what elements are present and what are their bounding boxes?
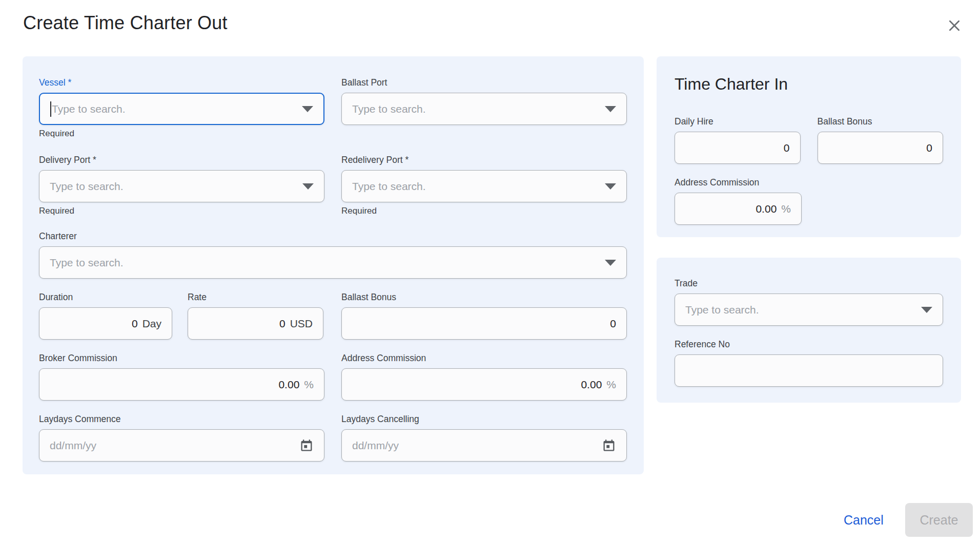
vessel-label: Vessel * bbox=[39, 77, 324, 88]
redelivery-port-label: Redelivery Port * bbox=[341, 155, 627, 165]
tci-address-commission-label: Address Commission bbox=[675, 177, 802, 187]
duration-label: Duration bbox=[39, 292, 172, 302]
trade-placeholder: Type to search. bbox=[685, 304, 759, 316]
chevron-down-icon[interactable] bbox=[605, 260, 616, 266]
tci-ballast-bonus-label: Ballast Bonus bbox=[818, 116, 944, 127]
trade-field: Trade Type to search. bbox=[675, 278, 943, 326]
ballast-port-field: Ballast Port Type to search. bbox=[341, 77, 627, 138]
redelivery-port-required-hint: Required bbox=[341, 206, 627, 216]
duration-input[interactable]: 0 Day bbox=[39, 307, 172, 340]
daily-hire-label: Daily Hire bbox=[675, 116, 801, 127]
rate-value: 0 bbox=[279, 318, 285, 330]
ballast-bonus-value: 0 bbox=[610, 318, 616, 330]
address-commission-field: Address Commission 0.00 % bbox=[341, 353, 627, 401]
duration-value: 0 bbox=[132, 318, 138, 330]
chevron-down-icon[interactable] bbox=[302, 183, 314, 190]
laydays-commence-label: Laydays Commence bbox=[39, 414, 324, 424]
vessel-placeholder: Type to search. bbox=[52, 103, 126, 115]
calendar-icon[interactable] bbox=[602, 438, 616, 453]
laydays-commence-field: Laydays Commence dd/mm/yy bbox=[39, 414, 324, 462]
laydays-cancelling-label: Laydays Cancelling bbox=[341, 414, 627, 424]
chevron-down-icon[interactable] bbox=[605, 183, 616, 190]
text-cursor bbox=[50, 101, 51, 117]
daily-hire-input[interactable]: 0 bbox=[675, 132, 801, 164]
rate-label: Rate bbox=[188, 292, 323, 302]
address-commission-input[interactable]: 0.00 % bbox=[341, 368, 627, 401]
charterer-field: Charterer Type to search. bbox=[39, 231, 627, 279]
time-charter-in-title: Time Charter In bbox=[675, 75, 943, 94]
broker-commission-value: 0.00 bbox=[278, 379, 299, 391]
ballast-port-placeholder: Type to search. bbox=[352, 103, 426, 115]
ballast-bonus-label: Ballast Bonus bbox=[341, 292, 627, 302]
delivery-port-input[interactable]: Type to search. bbox=[39, 170, 324, 202]
ballast-port-input[interactable]: Type to search. bbox=[341, 93, 627, 125]
calendar-icon[interactable] bbox=[299, 438, 314, 453]
chevron-down-icon[interactable] bbox=[302, 106, 313, 112]
broker-commission-label: Broker Commission bbox=[39, 353, 324, 363]
tci-address-commission-unit: % bbox=[781, 203, 791, 215]
delivery-port-label: Delivery Port * bbox=[39, 155, 324, 165]
ballast-port-label: Ballast Port bbox=[341, 77, 627, 88]
redelivery-port-field: Redelivery Port * Type to search. Requir… bbox=[341, 155, 627, 216]
page-title: Create Time Charter Out bbox=[23, 12, 228, 34]
time-charter-in-panel: Time Charter In Daily Hire 0 Ballast Bon… bbox=[657, 56, 961, 237]
rate-input[interactable]: 0 USD bbox=[188, 307, 323, 340]
laydays-cancelling-placeholder: dd/mm/yy bbox=[352, 440, 399, 452]
cancel-button[interactable]: Cancel bbox=[834, 508, 893, 532]
trade-label: Trade bbox=[675, 278, 943, 288]
laydays-cancelling-field: Laydays Cancelling dd/mm/yy bbox=[341, 414, 627, 462]
address-commission-label: Address Commission bbox=[341, 353, 627, 363]
charterer-label: Charterer bbox=[39, 231, 627, 241]
close-icon bbox=[946, 17, 963, 34]
duration-unit: Day bbox=[142, 318, 161, 330]
reference-no-label: Reference No bbox=[675, 339, 943, 349]
charter-out-form-panel: Vessel * Type to search. Required Ballas… bbox=[23, 56, 644, 474]
vessel-input[interactable]: Type to search. bbox=[39, 93, 324, 125]
delivery-port-field: Delivery Port * Type to search. Required bbox=[39, 155, 324, 216]
daily-hire-value: 0 bbox=[784, 142, 790, 154]
charterer-placeholder: Type to search. bbox=[50, 257, 124, 269]
laydays-commence-input[interactable]: dd/mm/yy bbox=[39, 429, 324, 462]
laydays-commence-placeholder: dd/mm/yy bbox=[50, 440, 96, 452]
trade-input[interactable]: Type to search. bbox=[675, 294, 943, 326]
vessel-required-hint: Required bbox=[39, 129, 324, 138]
tci-ballast-bonus-value: 0 bbox=[926, 142, 932, 154]
trade-panel: Trade Type to search. Reference No bbox=[657, 258, 961, 403]
chevron-down-icon[interactable] bbox=[921, 307, 932, 313]
daily-hire-field: Daily Hire 0 bbox=[675, 116, 801, 164]
broker-commission-input[interactable]: 0.00 % bbox=[39, 368, 324, 401]
duration-field: Duration 0 Day bbox=[39, 292, 172, 340]
create-button[interactable]: Create bbox=[905, 503, 973, 537]
redelivery-port-input[interactable]: Type to search. bbox=[341, 170, 627, 202]
delivery-port-required-hint: Required bbox=[39, 206, 324, 216]
ballast-bonus-field: Ballast Bonus 0 bbox=[341, 292, 627, 340]
tci-address-commission-field: Address Commission 0.00 % bbox=[675, 177, 802, 225]
tci-ballast-bonus-field: Ballast Bonus 0 bbox=[818, 116, 944, 164]
address-commission-unit: % bbox=[606, 379, 616, 391]
address-commission-value: 0.00 bbox=[581, 379, 602, 391]
close-button[interactable] bbox=[943, 14, 966, 37]
tci-ballast-bonus-input[interactable]: 0 bbox=[818, 132, 944, 164]
tci-address-commission-input[interactable]: 0.00 % bbox=[675, 193, 802, 225]
tci-address-commission-value: 0.00 bbox=[756, 203, 777, 215]
delivery-port-placeholder: Type to search. bbox=[50, 180, 124, 193]
redelivery-port-placeholder: Type to search. bbox=[352, 180, 426, 193]
vessel-field: Vessel * Type to search. Required bbox=[39, 77, 324, 138]
ballast-bonus-input[interactable]: 0 bbox=[341, 307, 627, 340]
rate-unit: USD bbox=[290, 318, 313, 330]
rate-field: Rate 0 USD bbox=[188, 292, 323, 340]
laydays-cancelling-input[interactable]: dd/mm/yy bbox=[341, 429, 627, 462]
reference-no-input[interactable] bbox=[675, 354, 943, 387]
broker-commission-field: Broker Commission 0.00 % bbox=[39, 353, 324, 401]
charterer-input[interactable]: Type to search. bbox=[39, 246, 627, 279]
reference-no-field: Reference No bbox=[675, 339, 943, 387]
broker-commission-unit: % bbox=[304, 379, 314, 391]
chevron-down-icon[interactable] bbox=[605, 106, 616, 112]
